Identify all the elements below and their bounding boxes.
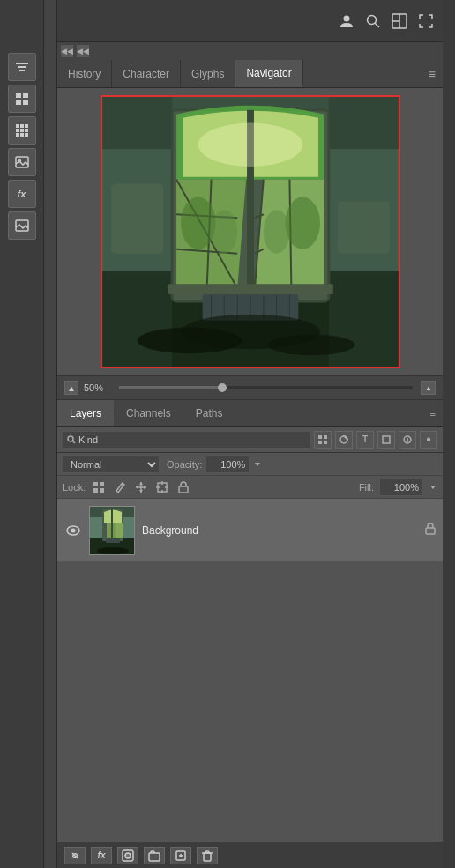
tool-fx[interactable]: fx xyxy=(8,180,36,208)
layout-icon[interactable] xyxy=(390,11,409,31)
layers-filter-input[interactable] xyxy=(78,434,149,445)
lock-label: Lock: xyxy=(63,482,86,493)
svg-rect-12 xyxy=(25,129,28,132)
panel-menu-button[interactable]: ≡ xyxy=(421,60,443,87)
collapse-left-btn[interactable]: ◀◀ xyxy=(61,45,73,57)
svg-marker-81 xyxy=(136,486,138,489)
tool-grid2[interactable] xyxy=(8,116,36,145)
svg-rect-64 xyxy=(324,435,327,439)
svg-rect-105 xyxy=(149,853,160,861)
lock-all-icon[interactable] xyxy=(175,479,191,495)
tab-layers[interactable]: Layers xyxy=(57,400,114,426)
mask-btn[interactable] xyxy=(117,847,138,864)
svg-marker-82 xyxy=(144,486,146,489)
opacity-label: Opacity: xyxy=(167,459,202,470)
tab-glyphs[interactable]: Glyphs xyxy=(181,60,235,87)
zoom-min-btn[interactable]: ▲ xyxy=(64,381,78,395)
layers-search-box[interactable] xyxy=(63,431,310,449)
svg-point-61 xyxy=(68,436,73,441)
svg-marker-80 xyxy=(139,490,143,493)
lock-move-icon[interactable] xyxy=(133,479,149,495)
zoom-slider-track xyxy=(119,386,222,389)
svg-rect-59 xyxy=(337,201,389,253)
blend-mode-select[interactable]: Normal xyxy=(63,456,160,473)
tab-channels[interactable]: Channels xyxy=(114,400,183,426)
layers-panel: Layers Channels Paths ≡ xyxy=(57,400,443,868)
svg-rect-13 xyxy=(16,133,19,137)
tab-history[interactable]: History xyxy=(57,60,112,87)
tab-paths[interactable]: Paths xyxy=(183,400,235,426)
svg-rect-58 xyxy=(111,184,163,254)
person-icon[interactable] xyxy=(337,11,356,31)
svg-rect-65 xyxy=(318,441,322,444)
svg-rect-98 xyxy=(111,509,113,538)
new-layer-btn[interactable] xyxy=(170,847,191,864)
eye-icon xyxy=(66,525,80,536)
tool-image[interactable] xyxy=(8,148,36,176)
svg-rect-75 xyxy=(93,488,98,493)
lock-paint-icon[interactable] xyxy=(112,479,128,495)
tool-grid[interactable] xyxy=(8,85,36,113)
filter-adjust-icon[interactable] xyxy=(335,431,353,449)
zoom-max-btn[interactable]: ▲ xyxy=(421,381,436,395)
blend-mode-row: Normal Opacity: xyxy=(57,453,443,476)
layer-item-background[interactable]: Background xyxy=(57,499,443,562)
expand-icon[interactable] xyxy=(416,11,436,31)
layer-visibility-toggle[interactable] xyxy=(64,522,82,539)
svg-rect-109 xyxy=(204,853,211,861)
group-btn[interactable] xyxy=(144,847,165,864)
svg-point-100 xyxy=(97,547,129,554)
lock-artboard-icon[interactable] xyxy=(154,479,170,495)
search-icon[interactable] xyxy=(363,11,383,31)
opacity-dropdown-icon[interactable] xyxy=(253,460,262,469)
zoom-slider-thumb[interactable] xyxy=(218,383,227,392)
svg-rect-10 xyxy=(16,129,19,132)
svg-point-19 xyxy=(344,15,350,21)
panel-tabs-bar: History Character Glyphs Navigator ≡ xyxy=(57,60,443,88)
svg-rect-4 xyxy=(23,93,28,98)
fx-btn[interactable]: fx xyxy=(91,847,112,864)
svg-point-60 xyxy=(198,123,302,167)
tool-filter[interactable] xyxy=(8,53,36,81)
svg-point-36 xyxy=(181,197,215,249)
fill-dropdown-icon[interactable] xyxy=(429,483,437,492)
svg-rect-6 xyxy=(23,100,28,105)
svg-point-37 xyxy=(211,210,237,253)
nav-image-container xyxy=(101,95,400,368)
lock-row: Lock: xyxy=(57,476,443,499)
top-bar xyxy=(57,0,443,42)
tool-image2[interactable] xyxy=(8,211,36,240)
svg-rect-14 xyxy=(20,133,24,137)
zoom-slider[interactable] xyxy=(119,386,413,389)
zoom-bar: ▲ 50% ▲ xyxy=(57,375,443,400)
layer-lock-icon xyxy=(425,523,436,538)
collapse-row: ◀◀ ◀◀ xyxy=(57,42,443,60)
fill-input[interactable] xyxy=(379,479,423,496)
svg-rect-7 xyxy=(16,124,19,128)
svg-rect-76 xyxy=(100,488,104,493)
navigator-panel xyxy=(57,88,443,375)
layer-name: Background xyxy=(142,524,198,537)
svg-point-43 xyxy=(285,197,319,249)
filter-smart-icon[interactable] xyxy=(399,431,416,449)
main-area: ◀◀ ◀◀ History Character Glyphs Navigator… xyxy=(57,0,443,868)
delete-layer-btn[interactable] xyxy=(197,847,218,864)
filter-text-icon[interactable]: T xyxy=(356,431,374,449)
filter-shape-icon[interactable] xyxy=(377,431,395,449)
link-layers-btn[interactable] xyxy=(64,847,86,864)
layers-filter-toolbar: T • xyxy=(57,427,443,453)
svg-point-44 xyxy=(263,210,289,253)
fill-label: Fill: xyxy=(359,482,374,493)
lock-pixels-icon[interactable] xyxy=(91,479,107,495)
collapse-right-btn[interactable]: ◀◀ xyxy=(77,45,89,57)
svg-line-62 xyxy=(73,441,76,443)
layers-menu-button[interactable]: ≡ xyxy=(423,400,443,426)
layer-list: Background xyxy=(57,499,443,671)
svg-rect-97 xyxy=(116,523,123,538)
svg-rect-5 xyxy=(16,100,21,105)
filter-dot-icon[interactable]: • xyxy=(420,431,437,449)
tab-navigator[interactable]: Navigator xyxy=(235,60,302,87)
filter-pixel-icon[interactable] xyxy=(314,431,332,449)
tab-character[interactable]: Character xyxy=(112,60,181,87)
opacity-input[interactable] xyxy=(205,456,250,473)
